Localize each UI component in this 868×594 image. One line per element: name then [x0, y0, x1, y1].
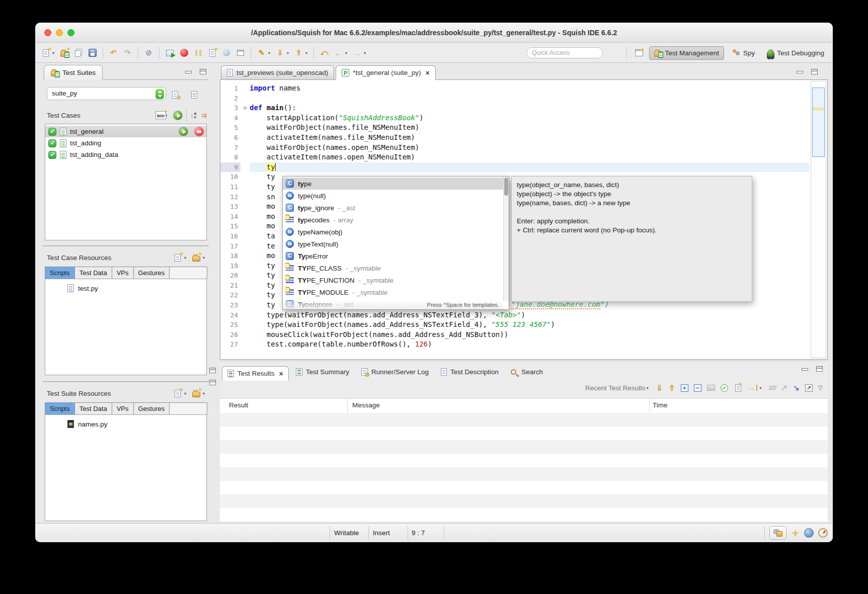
checkbox-checked-icon[interactable] [48, 139, 56, 147]
column-header-time[interactable]: Time [653, 399, 668, 412]
filter-dropdown-icon[interactable]: ▾ [760, 386, 764, 390]
back-dropdown-icon[interactable]: ▾ [345, 51, 349, 55]
code-line-2[interactable]: 2 [220, 94, 809, 104]
perspective-spy-button[interactable]: Spy [728, 46, 759, 60]
tab-vps[interactable]: VPs [112, 267, 134, 279]
fold-collapse-icon[interactable]: ⊖ [241, 103, 250, 113]
test-case-row[interactable]: tst_adding [45, 137, 206, 149]
tab-test-data[interactable]: Test Data [74, 267, 112, 279]
completion-item[interactable]: Mtype(null) [283, 190, 503, 202]
completion-item[interactable]: TYPE_CLASS - _symtable [283, 262, 503, 274]
column-header-message[interactable]: Message [352, 399, 380, 412]
completion-scrollbar[interactable] [503, 177, 509, 301]
new-folder-icon[interactable] [190, 251, 202, 264]
perspective-test-debugging-button[interactable]: Test Debugging [763, 46, 829, 60]
tab-runner-server-log[interactable]: Runner/Server Log [356, 365, 434, 379]
code-line-5[interactable]: 5 waitForObject(names.file_NSMenuItem) [220, 123, 809, 133]
redo-icon[interactable]: ↷ [121, 46, 134, 59]
run-suite-icon[interactable] [173, 111, 183, 120]
code-line-1[interactable]: 1import names [220, 83, 809, 94]
code-line-6[interactable]: 6 activateItem(names.file_NSMenuItem) [220, 133, 809, 143]
open-external-icon[interactable]: ↗ [805, 384, 813, 392]
overview-ruler[interactable] [811, 81, 826, 358]
tab-vps[interactable]: VPs [112, 402, 134, 415]
back-icon[interactable]: ← [332, 46, 345, 59]
new-test-suite-icon[interactable] [58, 46, 70, 59]
mail-report-icon[interactable] [206, 46, 218, 59]
minimize-panel-icon[interactable] [802, 368, 808, 371]
next-annotation-icon[interactable]: ⇓ [274, 46, 286, 59]
show-passes-icon[interactable]: ✓ [721, 384, 728, 392]
result-row[interactable] [220, 467, 828, 481]
trim-handbox-button[interactable] [769, 526, 786, 540]
perspective-test-management-button[interactable]: Test Management [649, 46, 724, 60]
close-tab-icon[interactable]: × [279, 370, 283, 378]
new-resource-icon[interactable] [171, 387, 184, 400]
result-row[interactable] [220, 413, 828, 427]
recent-test-results-dropdown[interactable]: Recent Test Results ▾ [585, 384, 651, 392]
annotate-dropdown-icon[interactable]: ▾ [268, 51, 272, 55]
new-folder-icon[interactable] [190, 387, 202, 400]
code-line-3[interactable]: 3⊖def main(): [220, 103, 809, 113]
save-icon[interactable] [86, 46, 99, 59]
tab-scripts[interactable]: Scripts [45, 402, 75, 415]
completion-item[interactable]: Ctype_ignore - _ast [283, 202, 503, 214]
editor-tab-tst-general[interactable]: P *tst_general (suite_py) × [336, 65, 435, 80]
new-resource-dropdown-icon[interactable]: ▾ [184, 391, 188, 396]
completion-item[interactable]: TYPE_FUNCTION - _symtable [283, 274, 503, 286]
minimize-panel-icon[interactable] [185, 71, 192, 73]
completion-item[interactable]: MtypeText(null) [283, 238, 503, 250]
completion-item[interactable]: Ctype [283, 178, 503, 190]
quick-access-input[interactable] [526, 47, 603, 58]
test-case-row[interactable]: tst_general [45, 126, 206, 137]
result-row[interactable] [220, 440, 828, 454]
restore-view-icon[interactable] [209, 380, 216, 385]
code-line-8[interactable]: 8 activateItem(names.open_NSMenuItem) [220, 152, 809, 162]
collapse-all-icon[interactable]: − [694, 384, 701, 392]
reorder-icon[interactable]: ⇉ [201, 112, 207, 119]
run-test-icon[interactable] [164, 46, 176, 59]
zoom-window-button[interactable] [67, 29, 74, 36]
completion-item[interactable]: TYPE_MODULE - _symtable [283, 286, 503, 298]
code-line-26[interactable]: 26 mouseClick(waitForObject(names.add_Ad… [220, 330, 809, 340]
suite-settings-icon[interactable]: ⚙ [169, 88, 181, 101]
suite-grid-icon[interactable] [188, 88, 200, 101]
code-line-27[interactable]: 27 test.compare(table.numberOfRows(), 12… [220, 340, 809, 350]
tab-gestures[interactable]: Gestures [133, 402, 170, 415]
expand-all-icon[interactable]: + [681, 384, 688, 392]
test-case-row[interactable]: tst_adding_data [45, 149, 206, 160]
new-folder-dropdown-icon[interactable]: ▾ [203, 256, 207, 260]
tab-test-results[interactable]: Test Results × [222, 366, 289, 381]
maximize-editor-icon[interactable] [811, 69, 818, 74]
result-row[interactable] [220, 494, 828, 508]
window-layout-icon[interactable] [234, 46, 247, 59]
code-line-9[interactable]: 9 ty [220, 162, 809, 173]
tab-search[interactable]: Search [506, 365, 548, 379]
result-row[interactable] [220, 454, 828, 467]
resource-file-row[interactable]: names.py [45, 415, 206, 428]
previous-annotation-dropdown-icon[interactable]: ▾ [305, 51, 309, 55]
undo-icon[interactable]: ↶ [107, 46, 120, 59]
completion-item[interactable]: MtypeName(obj) [283, 226, 503, 238]
maximize-panel-icon[interactable] [816, 366, 823, 372]
new-folder-dropdown-icon[interactable]: ▾ [203, 391, 207, 396]
next-annotation-dropdown-icon[interactable]: ▾ [287, 51, 291, 55]
maximize-panel-icon[interactable] [200, 69, 206, 74]
stop-test-case-icon[interactable] [194, 127, 204, 136]
next-failure-icon[interactable]: ⇓ [656, 383, 663, 393]
previous-failure-icon[interactable]: ⇑ [668, 383, 675, 393]
checkbox-checked-icon[interactable] [48, 151, 56, 159]
bdd-icon[interactable]: BDD [155, 111, 166, 119]
tab-test-suites[interactable]: Test Suites [44, 65, 103, 80]
sort-icon[interactable]: ↓az [190, 112, 196, 119]
deactivate-breakpoints-icon[interactable]: ⊘ [142, 46, 155, 59]
suite-select[interactable]: suite_py [47, 87, 166, 100]
tab-gestures[interactable]: Gestures [133, 267, 170, 279]
globe-icon[interactable] [804, 528, 814, 538]
close-tab-icon[interactable]: × [425, 69, 429, 77]
code-line-4[interactable]: 4 startApplication("SquishAddressBook") [220, 113, 809, 123]
checkbox-checked-icon[interactable] [48, 128, 56, 136]
new-wizard-dropdown-icon[interactable]: ▾ [52, 51, 56, 55]
last-edit-location-icon[interactable]: ⤺ [318, 46, 331, 59]
filter-icon[interactable]: → [748, 384, 755, 392]
